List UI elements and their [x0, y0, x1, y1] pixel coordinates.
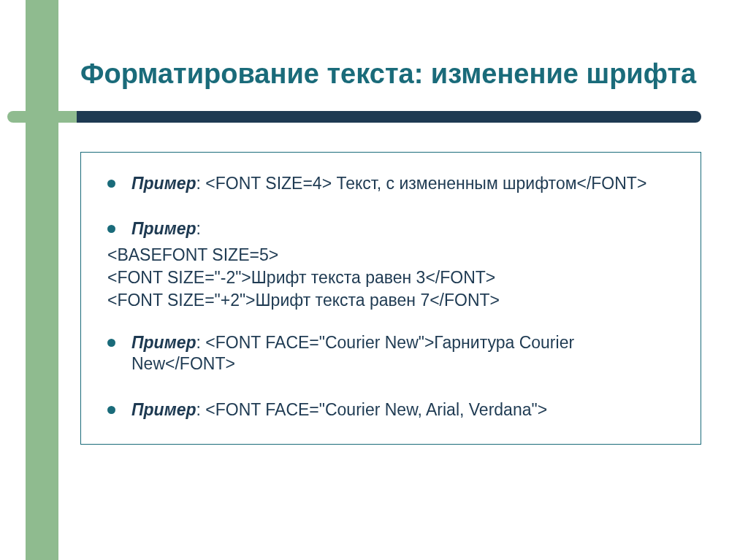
example-label: Пример: [131, 333, 196, 352]
example-text: : <FONT SIZE=4> Текст, с измененным шриф…: [196, 174, 647, 193]
example-label: Пример: [131, 219, 196, 238]
example-label: Пример: [131, 174, 196, 193]
code-line: <FONT SIZE="+2">Шрифт текста равен 7</FO…: [107, 289, 674, 312]
example-1: Пример: <FONT SIZE=4> Текст, с измененны…: [131, 173, 674, 194]
code-line: <BASEFONT SIZE=5>: [107, 244, 674, 266]
example-text: : <FONT FACE="Courier New, Arial, Verdan…: [196, 400, 548, 419]
list-item: Пример: <FONT SIZE=4> Текст, с измененны…: [107, 173, 674, 194]
title-divider: [0, 111, 716, 123]
divider-bar: [77, 111, 701, 123]
example-colon: :: [196, 219, 201, 238]
example-2: Пример:: [131, 218, 674, 239]
list-item: Пример:: [107, 218, 674, 239]
list-item: Пример: <FONT FACE="Courier New, Arial, …: [107, 399, 674, 421]
example-text: : <FONT FACE="Courier New">Гарнитура Cou…: [131, 333, 574, 373]
list-item: Пример: <FONT FACE="Courier New">Гарниту…: [107, 332, 674, 375]
page-title: Форматирование текста: изменение шрифта: [80, 58, 701, 91]
code-line: <FONT SIZE="-2">Шрифт текста равен 3</FO…: [107, 266, 674, 289]
example-4: Пример: <FONT FACE="Courier New, Arial, …: [131, 399, 674, 421]
example-3: Пример: <FONT FACE="Courier New">Гарниту…: [131, 332, 674, 375]
bullet-icon: [107, 225, 115, 233]
left-accent-bar: [26, 0, 58, 560]
slide-content: Форматирование текста: изменение шрифта …: [80, 58, 701, 445]
example-label: Пример: [131, 400, 196, 419]
bullet-icon: [107, 180, 115, 188]
bullet-icon: [107, 339, 115, 347]
content-box: Пример: <FONT SIZE=4> Текст, с измененны…: [80, 152, 701, 445]
bullet-icon: [107, 406, 115, 414]
